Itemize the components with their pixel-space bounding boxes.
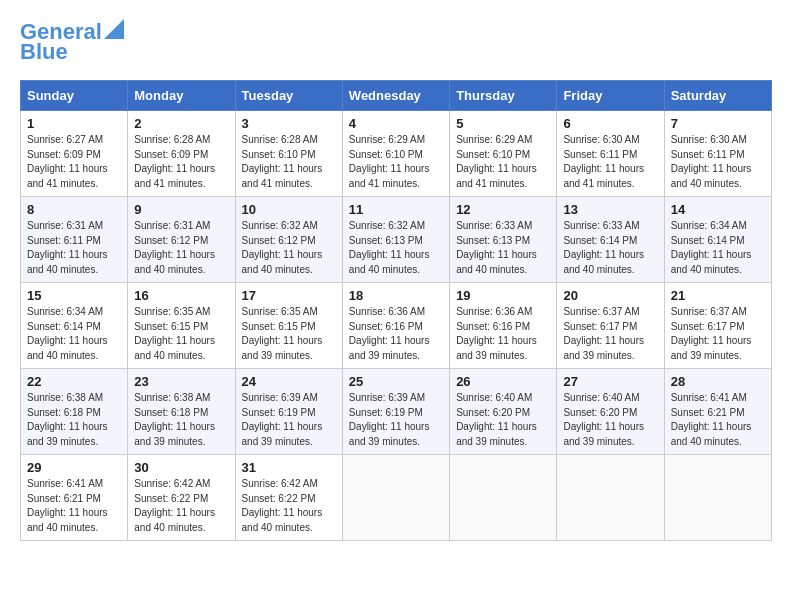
day-number: 7 [671,116,765,131]
day-number: 16 [134,288,228,303]
weekday-header-sunday: Sunday [21,81,128,111]
day-number: 25 [349,374,443,389]
day-number: 22 [27,374,121,389]
day-number: 29 [27,460,121,475]
calendar-cell [450,455,557,541]
day-info: Sunrise: 6:29 AMSunset: 6:10 PMDaylight:… [349,134,430,189]
svg-marker-0 [104,19,124,39]
day-info: Sunrise: 6:32 AMSunset: 6:12 PMDaylight:… [242,220,323,275]
calendar-cell: 25 Sunrise: 6:39 AMSunset: 6:19 PMDaylig… [342,369,449,455]
calendar-cell: 22 Sunrise: 6:38 AMSunset: 6:18 PMDaylig… [21,369,128,455]
weekday-header-friday: Friday [557,81,664,111]
calendar-cell: 17 Sunrise: 6:35 AMSunset: 6:15 PMDaylig… [235,283,342,369]
day-number: 10 [242,202,336,217]
calendar-cell: 11 Sunrise: 6:32 AMSunset: 6:13 PMDaylig… [342,197,449,283]
day-info: Sunrise: 6:29 AMSunset: 6:10 PMDaylight:… [456,134,537,189]
day-number: 1 [27,116,121,131]
weekday-header-wednesday: Wednesday [342,81,449,111]
day-info: Sunrise: 6:42 AMSunset: 6:22 PMDaylight:… [242,478,323,533]
day-info: Sunrise: 6:39 AMSunset: 6:19 PMDaylight:… [349,392,430,447]
day-number: 2 [134,116,228,131]
day-number: 27 [563,374,657,389]
day-number: 6 [563,116,657,131]
day-info: Sunrise: 6:33 AMSunset: 6:14 PMDaylight:… [563,220,644,275]
calendar-cell: 28 Sunrise: 6:41 AMSunset: 6:21 PMDaylig… [664,369,771,455]
day-number: 17 [242,288,336,303]
week-row-2: 8 Sunrise: 6:31 AMSunset: 6:11 PMDayligh… [21,197,772,283]
calendar-cell: 18 Sunrise: 6:36 AMSunset: 6:16 PMDaylig… [342,283,449,369]
day-info: Sunrise: 6:42 AMSunset: 6:22 PMDaylight:… [134,478,215,533]
weekday-header-row: SundayMondayTuesdayWednesdayThursdayFrid… [21,81,772,111]
calendar-cell: 1 Sunrise: 6:27 AMSunset: 6:09 PMDayligh… [21,111,128,197]
day-info: Sunrise: 6:40 AMSunset: 6:20 PMDaylight:… [563,392,644,447]
day-info: Sunrise: 6:34 AMSunset: 6:14 PMDaylight:… [27,306,108,361]
calendar-cell: 23 Sunrise: 6:38 AMSunset: 6:18 PMDaylig… [128,369,235,455]
day-number: 18 [349,288,443,303]
calendar-cell [342,455,449,541]
page-header: General Blue [20,20,772,64]
day-number: 20 [563,288,657,303]
weekday-header-thursday: Thursday [450,81,557,111]
day-number: 11 [349,202,443,217]
day-info: Sunrise: 6:41 AMSunset: 6:21 PMDaylight:… [671,392,752,447]
week-row-1: 1 Sunrise: 6:27 AMSunset: 6:09 PMDayligh… [21,111,772,197]
logo: General Blue [20,20,124,64]
day-number: 24 [242,374,336,389]
day-info: Sunrise: 6:35 AMSunset: 6:15 PMDaylight:… [134,306,215,361]
day-info: Sunrise: 6:28 AMSunset: 6:09 PMDaylight:… [134,134,215,189]
day-number: 3 [242,116,336,131]
day-number: 14 [671,202,765,217]
calendar-table: SundayMondayTuesdayWednesdayThursdayFrid… [20,80,772,541]
calendar-cell: 2 Sunrise: 6:28 AMSunset: 6:09 PMDayligh… [128,111,235,197]
calendar-cell: 27 Sunrise: 6:40 AMSunset: 6:20 PMDaylig… [557,369,664,455]
day-info: Sunrise: 6:30 AMSunset: 6:11 PMDaylight:… [671,134,752,189]
day-info: Sunrise: 6:41 AMSunset: 6:21 PMDaylight:… [27,478,108,533]
day-number: 12 [456,202,550,217]
calendar-cell: 9 Sunrise: 6:31 AMSunset: 6:12 PMDayligh… [128,197,235,283]
calendar-cell [664,455,771,541]
calendar-cell: 5 Sunrise: 6:29 AMSunset: 6:10 PMDayligh… [450,111,557,197]
day-info: Sunrise: 6:32 AMSunset: 6:13 PMDaylight:… [349,220,430,275]
calendar-cell: 31 Sunrise: 6:42 AMSunset: 6:22 PMDaylig… [235,455,342,541]
calendar-cell: 14 Sunrise: 6:34 AMSunset: 6:14 PMDaylig… [664,197,771,283]
day-info: Sunrise: 6:37 AMSunset: 6:17 PMDaylight:… [671,306,752,361]
calendar-cell: 30 Sunrise: 6:42 AMSunset: 6:22 PMDaylig… [128,455,235,541]
logo-text-blue: Blue [20,40,68,64]
day-number: 28 [671,374,765,389]
day-info: Sunrise: 6:38 AMSunset: 6:18 PMDaylight:… [134,392,215,447]
calendar-cell [557,455,664,541]
calendar-cell: 13 Sunrise: 6:33 AMSunset: 6:14 PMDaylig… [557,197,664,283]
day-info: Sunrise: 6:31 AMSunset: 6:11 PMDaylight:… [27,220,108,275]
day-number: 13 [563,202,657,217]
day-info: Sunrise: 6:38 AMSunset: 6:18 PMDaylight:… [27,392,108,447]
day-info: Sunrise: 6:40 AMSunset: 6:20 PMDaylight:… [456,392,537,447]
calendar-cell: 8 Sunrise: 6:31 AMSunset: 6:11 PMDayligh… [21,197,128,283]
week-row-4: 22 Sunrise: 6:38 AMSunset: 6:18 PMDaylig… [21,369,772,455]
calendar-cell: 16 Sunrise: 6:35 AMSunset: 6:15 PMDaylig… [128,283,235,369]
day-number: 15 [27,288,121,303]
day-info: Sunrise: 6:35 AMSunset: 6:15 PMDaylight:… [242,306,323,361]
calendar-cell: 10 Sunrise: 6:32 AMSunset: 6:12 PMDaylig… [235,197,342,283]
day-info: Sunrise: 6:27 AMSunset: 6:09 PMDaylight:… [27,134,108,189]
day-number: 9 [134,202,228,217]
day-info: Sunrise: 6:34 AMSunset: 6:14 PMDaylight:… [671,220,752,275]
calendar-cell: 19 Sunrise: 6:36 AMSunset: 6:16 PMDaylig… [450,283,557,369]
calendar-cell: 21 Sunrise: 6:37 AMSunset: 6:17 PMDaylig… [664,283,771,369]
calendar-cell: 3 Sunrise: 6:28 AMSunset: 6:10 PMDayligh… [235,111,342,197]
calendar-cell: 7 Sunrise: 6:30 AMSunset: 6:11 PMDayligh… [664,111,771,197]
day-info: Sunrise: 6:36 AMSunset: 6:16 PMDaylight:… [349,306,430,361]
day-number: 21 [671,288,765,303]
weekday-header-saturday: Saturday [664,81,771,111]
day-info: Sunrise: 6:36 AMSunset: 6:16 PMDaylight:… [456,306,537,361]
calendar-cell: 4 Sunrise: 6:29 AMSunset: 6:10 PMDayligh… [342,111,449,197]
calendar-cell: 15 Sunrise: 6:34 AMSunset: 6:14 PMDaylig… [21,283,128,369]
calendar-cell: 20 Sunrise: 6:37 AMSunset: 6:17 PMDaylig… [557,283,664,369]
day-info: Sunrise: 6:28 AMSunset: 6:10 PMDaylight:… [242,134,323,189]
week-row-5: 29 Sunrise: 6:41 AMSunset: 6:21 PMDaylig… [21,455,772,541]
day-info: Sunrise: 6:30 AMSunset: 6:11 PMDaylight:… [563,134,644,189]
calendar-cell: 12 Sunrise: 6:33 AMSunset: 6:13 PMDaylig… [450,197,557,283]
day-info: Sunrise: 6:37 AMSunset: 6:17 PMDaylight:… [563,306,644,361]
day-number: 31 [242,460,336,475]
day-info: Sunrise: 6:33 AMSunset: 6:13 PMDaylight:… [456,220,537,275]
day-number: 30 [134,460,228,475]
